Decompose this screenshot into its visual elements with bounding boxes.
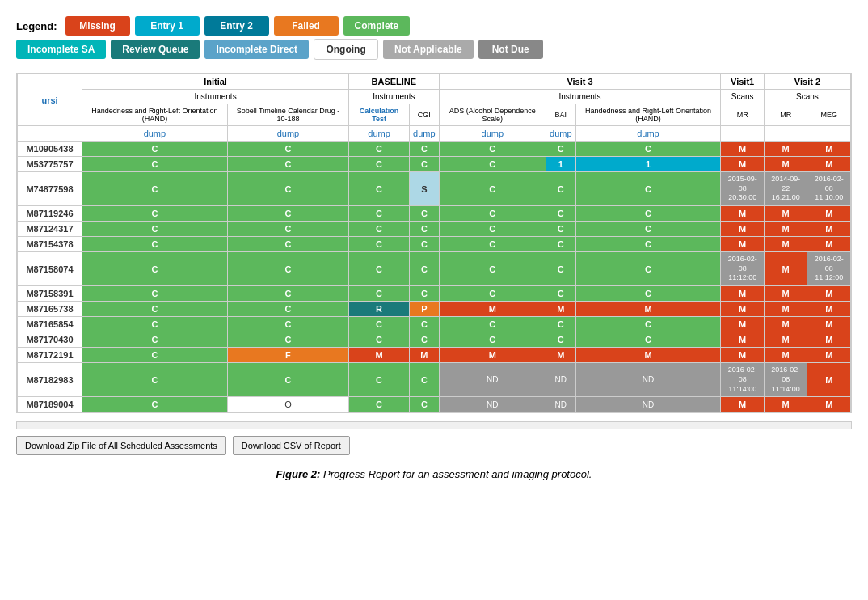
dump-5: dump — [439, 126, 546, 142]
data-cell: C — [349, 332, 410, 348]
progress-table: ursi Initial BASELINE Visit 3 Visit1 Vis… — [17, 74, 851, 412]
data-cell: C — [227, 302, 348, 317]
data-cell: C — [439, 332, 546, 348]
dump-6: dump — [546, 126, 576, 142]
data-cell: C — [227, 252, 348, 286]
table-row: M87154378CCCCCCCMMM — [18, 237, 851, 252]
data-cell: C — [227, 172, 348, 206]
column-label-row: Handedness and Right-Left Orientation (H… — [18, 104, 851, 126]
legend-not-applicable: Not Applicable — [383, 40, 474, 59]
data-cell: M — [721, 302, 765, 317]
data-cell: C — [227, 142, 348, 157]
data-cell: C — [82, 206, 228, 222]
ursi-cell: M87165738 — [18, 302, 82, 317]
data-cell: C — [546, 142, 576, 157]
data-cell: F — [227, 348, 348, 363]
data-cell: C — [227, 237, 348, 252]
visit3-instruments-header: Instruments — [439, 90, 721, 104]
data-cell: C — [349, 252, 410, 286]
table-row: M87165854CCCCCCCMMM — [18, 317, 851, 332]
data-cell: ND — [439, 397, 546, 412]
figure-caption-bold: Figure 2: — [276, 468, 321, 480]
data-cell: C — [439, 157, 546, 172]
legend-review-queue: Review Queue — [111, 40, 200, 59]
data-cell: C — [82, 397, 228, 412]
data-cell: M — [807, 348, 851, 363]
data-cell: C — [546, 237, 576, 252]
legend-ongoing: Ongoing — [314, 39, 378, 60]
table-row: M87158074CCCCCCC2016-02-08 11:12:00M2016… — [18, 252, 851, 286]
data-cell: C — [546, 332, 576, 348]
ursi-cell: M87124317 — [18, 222, 82, 237]
table-row: M87119246CCCCCCCMMM — [18, 206, 851, 222]
data-cell: C — [349, 142, 410, 157]
data-cell: C — [546, 252, 576, 286]
data-cell: O — [227, 397, 348, 412]
col-hand-visit3: Handedness and Right-Left Orientation (H… — [575, 104, 721, 126]
data-cell: C — [410, 206, 440, 222]
data-cell: 2016-02-08 11:12:00 — [721, 252, 765, 286]
data-cell: M — [764, 237, 807, 252]
dump-8 — [721, 126, 765, 142]
data-cell: C — [410, 317, 440, 332]
dump-9 — [764, 126, 807, 142]
data-cell: C — [439, 222, 546, 237]
ursi-cell: M87165854 — [18, 317, 82, 332]
data-cell: M — [575, 348, 721, 363]
data-cell: ND — [546, 363, 576, 397]
dump-row: dump dump dump dump dump dump dump — [18, 126, 851, 142]
dump-4: dump — [410, 126, 440, 142]
ursi-cell: M87119246 — [18, 206, 82, 222]
legend-entry2: Entry 2 — [204, 16, 269, 36]
data-cell: M — [807, 206, 851, 222]
legend-incomplete-direct: Incomplete Direct — [204, 40, 309, 59]
data-cell: C — [227, 222, 348, 237]
data-cell: M — [764, 157, 807, 172]
legend-row-2: Incomplete SA Review Queue Incomplete Di… — [16, 39, 852, 60]
table-row: M87165738CCRPMMMMMM — [18, 302, 851, 317]
download-zip-button[interactable]: Download Zip File of All Scheduled Asses… — [16, 436, 226, 455]
initial-group-header: Initial — [82, 74, 349, 90]
data-cell: C — [439, 317, 546, 332]
data-cell: C — [575, 172, 721, 206]
data-cell: C — [439, 206, 546, 222]
data-cell: M — [721, 332, 765, 348]
data-cell: C — [439, 237, 546, 252]
data-cell: C — [227, 157, 348, 172]
sub-header-row: Instruments Instruments Instruments Scan… — [18, 90, 851, 104]
data-cell: C — [410, 252, 440, 286]
visit3-group-header: Visit 3 — [439, 74, 721, 90]
legend-not-due: Not Due — [478, 40, 543, 59]
table-row: M10905438CCCCCCCMMM — [18, 142, 851, 157]
figure-caption: Figure 2: Progress Report for an assessm… — [16, 468, 852, 480]
table-row: M74877598CCCSCCC2015-09-08 20:30:002014-… — [18, 172, 851, 206]
data-cell: C — [575, 222, 721, 237]
data-cell: 2016-02-08 11:12:00 — [807, 252, 851, 286]
data-cell: C — [349, 157, 410, 172]
data-cell: 2015-09-08 20:30:00 — [721, 172, 765, 206]
data-cell: C — [410, 237, 440, 252]
legend-failed: Failed — [274, 16, 339, 36]
data-cell: C — [82, 157, 228, 172]
visit1-group-header: Visit1 — [721, 74, 765, 90]
data-cell: M — [807, 302, 851, 317]
col-ads: ADS (Alcohol Dependence Scale) — [439, 104, 546, 126]
data-cell: M — [764, 206, 807, 222]
data-cell: P — [410, 302, 440, 317]
horizontal-scrollbar[interactable] — [16, 421, 852, 429]
data-cell: M — [807, 142, 851, 157]
data-cell: M — [721, 157, 765, 172]
table-row: M87158391CCCCCCCMMM — [18, 286, 851, 302]
data-cell: M — [807, 222, 851, 237]
ursi-cell: M87189004 — [18, 397, 82, 412]
data-cell: C — [410, 363, 440, 397]
data-cell: C — [349, 397, 410, 412]
data-cell: C — [439, 252, 546, 286]
data-cell: C — [227, 332, 348, 348]
data-cell: C — [410, 332, 440, 348]
data-cell: ND — [575, 397, 721, 412]
data-cell: M — [721, 397, 765, 412]
data-cell: M — [764, 332, 807, 348]
data-cell: C — [546, 317, 576, 332]
download-csv-button[interactable]: Download CSV of Report — [233, 436, 350, 455]
